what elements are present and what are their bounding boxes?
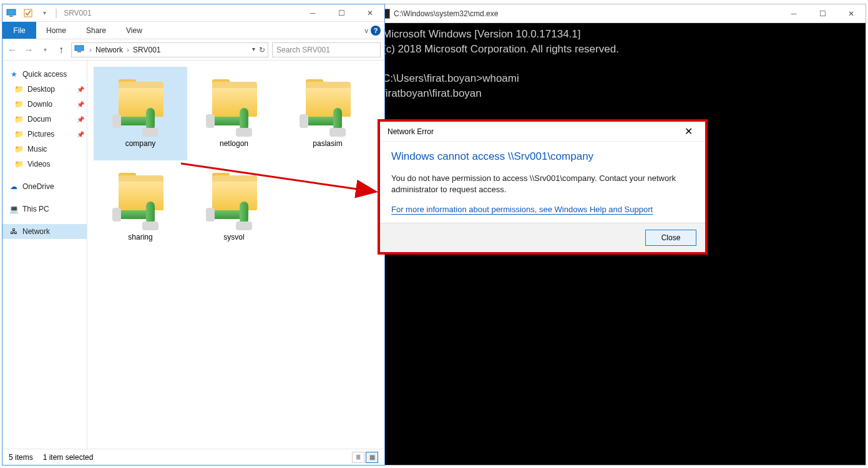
sidebar-item-documents[interactable]: 📁Docum📌 [2, 112, 87, 127]
cmd-output[interactable]: Microsoft Windows [Version 10.0.17134.1]… [376, 23, 866, 105]
folder-icon: 📁 [14, 129, 24, 139]
network-icon: 🖧 [9, 227, 19, 236]
explorer-title-text: SRV001 [64, 9, 91, 17]
sidebar-thispc[interactable]: 💻This PC [2, 202, 87, 217]
sidebar-network[interactable]: 🖧Network [2, 224, 87, 239]
pin-icon: 📌 [77, 131, 84, 138]
pc-icon: 💻 [9, 204, 19, 214]
sidebar-item-music[interactable]: 📁Music [2, 142, 87, 157]
ribbon-view-tab[interactable]: View [116, 22, 152, 39]
file-label: netlogon [220, 139, 248, 148]
file-label: company [125, 139, 156, 148]
file-label: sharing [128, 233, 152, 241]
file-item-netlogon[interactable]: netlogon [187, 67, 281, 160]
svg-rect-3 [75, 46, 84, 51]
address-dropdown-icon[interactable]: ▾ [252, 46, 255, 54]
ribbon-home-tab[interactable]: Home [36, 22, 76, 39]
star-icon: ★ [9, 69, 19, 79]
folder-icon: 📁 [14, 114, 24, 124]
cmd-maximize-button[interactable]: ☐ [808, 5, 837, 22]
view-details-button[interactable]: ≣ [352, 452, 364, 463]
view-icons-button[interactable]: ▦ [366, 452, 378, 463]
dialog-help-link[interactable]: For more information about permissions, … [391, 205, 653, 215]
network-share-icon [206, 173, 262, 229]
network-share-icon [300, 79, 356, 135]
dialog-message: You do not have permission to access \\S… [391, 173, 694, 195]
folder-icon: 📁 [14, 99, 24, 109]
pin-icon: 📌 [77, 116, 84, 123]
svg-rect-0 [7, 9, 16, 15]
ribbon-share-tab[interactable]: Share [76, 22, 116, 39]
file-label: sysvol [223, 233, 244, 241]
properties-icon[interactable] [22, 7, 34, 19]
status-selection: 1 item selected [43, 453, 94, 462]
network-error-dialog: Network Error ✕ Windows cannot access \\… [378, 119, 708, 255]
file-item-sysvol[interactable]: sysvol [187, 160, 281, 254]
sidebar-onedrive[interactable]: ☁OneDrive [2, 179, 87, 194]
folder-icon: 📁 [14, 84, 24, 94]
status-bar: 5 items 1 item selected ≣ ▦ [2, 449, 384, 465]
pc-icon [74, 45, 85, 54]
sidebar-item-pictures[interactable]: 📁Pictures📌 [2, 127, 87, 142]
navigation-bar: ← → ▾ ↑ › Network › SRV001 ▾ ↻ Search SR… [2, 39, 384, 61]
file-item-company[interactable]: company [94, 67, 187, 160]
network-share-icon [112, 79, 168, 135]
nav-forward-button[interactable]: → [22, 44, 35, 56]
nav-back-button[interactable]: ← [6, 44, 19, 56]
pin-icon: 📌 [77, 101, 84, 108]
address-bar[interactable]: › Network › SRV001 ▾ ↻ [71, 42, 268, 57]
file-item-sharing[interactable]: sharing [94, 160, 187, 254]
qat-divider-icon: ▾ [39, 7, 50, 19]
files-pane[interactable]: company netlogon paslasim sharing sysvol [87, 61, 384, 449]
pin-icon: 📌 [77, 86, 84, 93]
ribbon-file-tab[interactable]: File [2, 22, 36, 39]
dialog-title-text: Network Error [388, 127, 434, 136]
ribbon-expand-icon[interactable]: v [365, 27, 369, 34]
network-share-icon [206, 79, 262, 135]
cmd-close-button[interactable]: ✕ [837, 5, 866, 22]
svg-rect-4 [77, 51, 81, 52]
explorer-minimize-button[interactable]: ─ [298, 4, 327, 22]
folder-icon: 📁 [14, 159, 24, 169]
sidebar-item-videos[interactable]: 📁Videos [2, 157, 87, 172]
search-input[interactable]: Search SRV001 [272, 42, 381, 57]
sidebar-quick-access[interactable]: ★ Quick access [2, 67, 87, 82]
explorer-window: ▾ | SRV001 ─ ☐ ✕ File Home Share View v … [2, 4, 385, 466]
network-share-icon [112, 173, 168, 229]
help-icon[interactable]: ? [371, 26, 381, 36]
folder-icon: 📁 [14, 144, 24, 154]
explorer-close-button[interactable]: ✕ [356, 4, 384, 22]
file-label: paslasim [313, 139, 342, 148]
cmd-titlebar[interactable]: C:\Windows\system32\cmd.exe ─ ☐ ✕ [376, 4, 866, 23]
dialog-close-button[interactable]: Close [645, 230, 696, 246]
explorer-titlebar[interactable]: ▾ | SRV001 ─ ☐ ✕ [2, 4, 384, 22]
cmd-title-text: C:\Windows\system32\cmd.exe [394, 9, 498, 18]
nav-up-button[interactable]: ↑ [55, 44, 67, 56]
file-item-paslasim[interactable]: paslasim [281, 67, 374, 160]
sidebar-item-downloads[interactable]: 📁Downlo📌 [2, 97, 87, 112]
dialog-titlebar[interactable]: Network Error ✕ [380, 122, 705, 142]
cmd-minimize-button[interactable]: ─ [779, 5, 808, 22]
explorer-maximize-button[interactable]: ☐ [327, 4, 356, 22]
nav-recent-dropdown[interactable]: ▾ [39, 46, 51, 53]
svg-rect-1 [9, 16, 13, 17]
ribbon-tabs: File Home Share View v ? [2, 22, 384, 39]
sidebar-item-desktop[interactable]: 📁Desktop📌 [2, 82, 87, 97]
status-item-count: 5 items [9, 453, 33, 462]
dialog-close-icon[interactable]: ✕ [680, 123, 698, 140]
breadcrumb-srv001[interactable]: SRV001 [133, 46, 160, 54]
nav-sidebar: ★ Quick access 📁Desktop📌 📁Downlo📌 📁Docum… [2, 61, 87, 449]
dialog-heading: Windows cannot access \\Srv001\company [391, 150, 694, 163]
breadcrumb-network[interactable]: Network [95, 46, 123, 54]
refresh-icon[interactable]: ↻ [259, 46, 265, 54]
onedrive-icon: ☁ [9, 182, 19, 192]
pc-icon [6, 7, 17, 19]
